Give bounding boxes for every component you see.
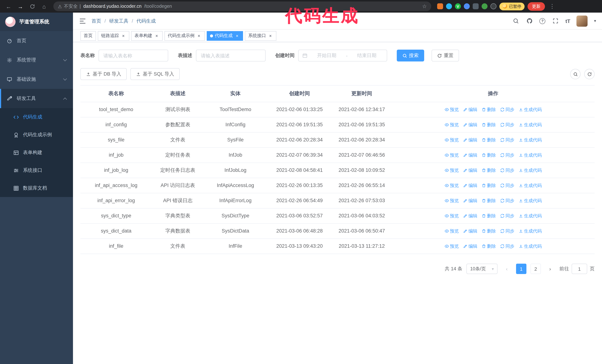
edit-link[interactable]: 编辑 — [463, 167, 477, 174]
sidebar-item-form-builder[interactable]: 表单构建 — [0, 144, 73, 161]
back-icon[interactable]: ← — [4, 1, 13, 11]
end-date-placeholder[interactable]: 结束日期 — [350, 52, 383, 59]
sidebar-item-system-api[interactable]: 系统接口 — [0, 161, 73, 179]
search-icon[interactable] — [512, 17, 520, 25]
preview-link[interactable]: 预览 — [444, 121, 459, 128]
import-db-button[interactable]: 基于 DB 导入 — [80, 68, 127, 80]
avatar-caret-icon[interactable]: ▾ — [594, 19, 596, 23]
delete-link[interactable]: 删除 — [481, 212, 496, 219]
sidebar-item-infra[interactable]: 基础设施 — [0, 70, 73, 89]
bookmark-star-icon[interactable]: ☆ — [422, 3, 427, 9]
delete-link[interactable]: 删除 — [481, 151, 496, 159]
preview-link[interactable]: 预览 — [444, 197, 459, 204]
browser-menu-icon[interactable]: ⋮ — [548, 3, 556, 10]
security-warning[interactable]: ⚠ 不安全 | — [58, 3, 81, 10]
delete-link[interactable]: 删除 — [481, 182, 496, 189]
close-icon[interactable]: × — [121, 33, 126, 38]
generate-code-link[interactable]: 生成代码 — [518, 106, 542, 113]
delete-link[interactable]: 删除 — [481, 106, 496, 113]
delete-link[interactable]: 删除 — [481, 227, 496, 235]
paused-badge[interactable]: 已暂停 — [499, 2, 525, 10]
breadcrumb-devtools[interactable]: 研发工具 — [109, 18, 128, 24]
reset-button[interactable]: 重置 — [431, 50, 459, 62]
address-bar[interactable]: ⚠ 不安全 | dashboard.yudao.iocoder.cn/tool/… — [53, 1, 431, 11]
update-button[interactable]: 更新 — [527, 2, 545, 10]
breadcrumb-home[interactable]: 首页 — [92, 18, 101, 24]
generate-code-link[interactable]: 生成代码 — [518, 182, 542, 189]
close-icon[interactable]: × — [154, 33, 159, 38]
start-date-placeholder[interactable]: 开始日期 — [311, 52, 343, 59]
next-page-button[interactable]: › — [545, 264, 555, 274]
delete-link[interactable]: 删除 — [481, 136, 496, 144]
edit-link[interactable]: 编辑 — [463, 106, 477, 113]
tab-system-api[interactable]: 系统接口 × — [245, 31, 276, 41]
extension-icon-3[interactable]: V — [455, 3, 461, 9]
sync-link[interactable]: 同步 — [500, 167, 514, 174]
sync-link[interactable]: 同步 — [500, 182, 514, 189]
hamburger-icon[interactable] — [79, 17, 86, 25]
help-icon[interactable]: ? — [540, 18, 546, 24]
delete-link[interactable]: 删除 — [481, 242, 496, 250]
close-icon[interactable]: × — [196, 33, 202, 38]
extension-icon-6[interactable] — [482, 3, 487, 9]
search-button[interactable]: 搜索 — [397, 50, 424, 62]
generate-code-link[interactable]: 生成代码 — [518, 151, 542, 159]
sidebar-item-codegen[interactable]: 代码生成 — [0, 108, 73, 126]
sidebar-item-db-doc[interactable]: 数据库文档 — [0, 179, 73, 197]
preview-link[interactable]: 预览 — [444, 106, 459, 113]
close-icon[interactable]: × — [235, 33, 240, 38]
font-size-icon[interactable]: tT — [566, 18, 570, 24]
generate-code-link[interactable]: 生成代码 — [518, 212, 542, 219]
edit-link[interactable]: 编辑 — [463, 212, 477, 219]
sync-link[interactable]: 同步 — [500, 151, 514, 159]
page-size-select[interactable]: 10条/页 ▾ — [466, 264, 497, 274]
edit-link[interactable]: 编辑 — [463, 136, 477, 144]
page-button-1[interactable]: 1 — [516, 264, 527, 274]
goto-page-input[interactable] — [572, 264, 587, 274]
github-icon[interactable] — [526, 17, 533, 25]
home-icon[interactable]: ⌂ — [39, 1, 49, 11]
generate-code-link[interactable]: 生成代码 — [518, 242, 542, 250]
edit-link[interactable]: 编辑 — [463, 151, 477, 159]
delete-link[interactable]: 删除 — [481, 121, 496, 128]
sync-link[interactable]: 同步 — [500, 242, 514, 250]
generate-code-link[interactable]: 生成代码 — [518, 136, 542, 144]
fullscreen-icon[interactable] — [552, 17, 559, 25]
sync-link[interactable]: 同步 — [500, 197, 514, 204]
extension-icon-2[interactable] — [446, 3, 452, 9]
preview-link[interactable]: 预览 — [444, 167, 459, 174]
import-sql-button[interactable]: 基于 SQL 导入 — [130, 68, 180, 80]
extension-icon-4[interactable] — [464, 3, 470, 9]
extension-icon-7[interactable] — [491, 3, 496, 9]
sidebar-item-devtools[interactable]: 研发工具 — [0, 89, 73, 108]
refresh-table-button[interactable] — [584, 69, 595, 79]
preview-link[interactable]: 预览 — [444, 151, 459, 159]
table-desc-input[interactable] — [196, 50, 266, 62]
preview-link[interactable]: 预览 — [444, 182, 459, 189]
sync-link[interactable]: 同步 — [500, 227, 514, 235]
sidebar-item-home[interactable]: 首页 — [0, 31, 73, 50]
edit-link[interactable]: 编辑 — [463, 242, 477, 250]
preview-link[interactable]: 预览 — [444, 212, 459, 219]
tab-codegen[interactable]: 代码生成 × — [207, 31, 243, 41]
toggle-search-button[interactable] — [570, 69, 580, 79]
date-range-picker[interactable]: 开始日期 - 结束日期 — [298, 50, 387, 62]
sync-link[interactable]: 同步 — [500, 136, 514, 144]
preview-link[interactable]: 预览 — [444, 242, 459, 250]
preview-link[interactable]: 预览 — [444, 227, 459, 235]
preview-link[interactable]: 预览 — [444, 136, 459, 144]
generate-code-link[interactable]: 生成代码 — [518, 121, 542, 128]
sidebar-item-system[interactable]: 系统管理 — [0, 50, 73, 70]
reload-icon[interactable] — [27, 1, 37, 11]
extension-icon-1[interactable] — [437, 3, 443, 9]
sync-link[interactable]: 同步 — [500, 212, 514, 219]
tab-codegen-example[interactable]: 代码生成示例 × — [164, 31, 205, 41]
generate-code-link[interactable]: 生成代码 — [518, 227, 542, 235]
delete-link[interactable]: 删除 — [481, 197, 496, 204]
sidebar-item-codegen-example[interactable]: 代码生成示例 — [0, 126, 73, 144]
delete-link[interactable]: 删除 — [481, 167, 496, 174]
tab-home[interactable]: 首页 — [80, 31, 96, 41]
edit-link[interactable]: 编辑 — [463, 227, 477, 235]
sync-link[interactable]: 同步 — [500, 121, 514, 128]
user-avatar[interactable] — [577, 15, 588, 26]
